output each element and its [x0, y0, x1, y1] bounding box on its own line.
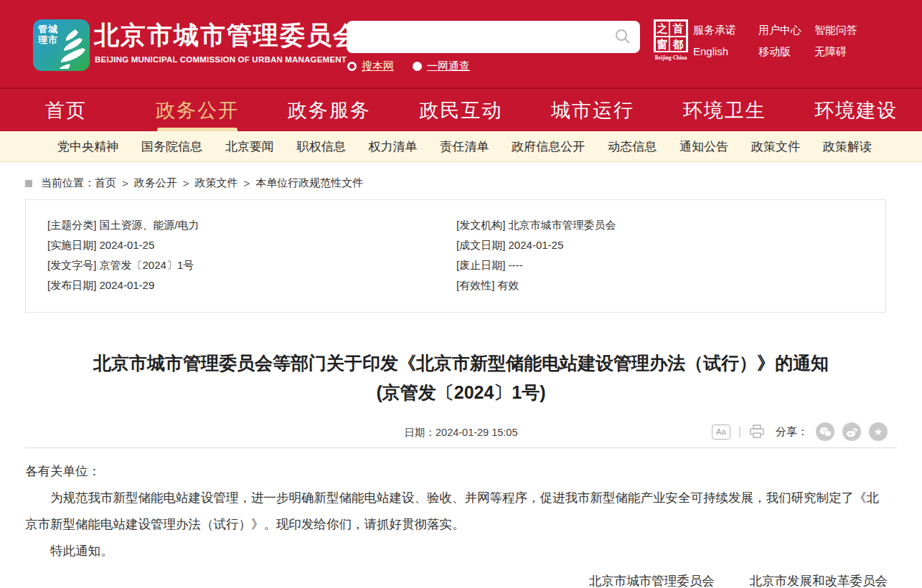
- paragraph-1: 为规范我市新型储能电站建设管理，进一步明确新型储能电站建设、验收、并网等程序，促…: [25, 485, 886, 538]
- subnav-notices[interactable]: 通知公告: [679, 138, 728, 155]
- signature-row: 北京市城市管理委员会 北京市发展和改革委员会: [0, 568, 888, 588]
- link-mobile-version[interactable]: 移动版: [758, 45, 791, 59]
- scope-option-this-site[interactable]: 搜本网: [347, 60, 394, 73]
- article-body: 各有关单位： 为规范我市新型储能电站建设管理，进一步明确新型储能电站建设、验收、…: [25, 458, 886, 564]
- meta-abolition-date: [废止日期] ----: [456, 255, 885, 275]
- meta-document-number: [发文字号] 京管发〔2024〕1号: [47, 255, 456, 275]
- nav-city-operation[interactable]: 城市运行: [527, 89, 659, 131]
- radio-icon: [347, 62, 357, 71]
- site-subtitle: BEIJING MUNICIPAL COMMISSION OF URBAN MA…: [95, 55, 347, 64]
- nav-environmental-sanitation[interactable]: 环境卫生: [659, 89, 791, 131]
- meta-validity: [有效性] 有效: [456, 275, 885, 295]
- search-icon: [614, 28, 631, 45]
- active-tab-indicator: [157, 128, 237, 131]
- nav-home[interactable]: 首页: [0, 89, 132, 131]
- weibo-share-icon[interactable]: [842, 422, 861, 441]
- site-header: 管城 理市 北京市城市管理委员会 BEIJING MUNICIPAL COMMI…: [0, 0, 922, 87]
- search-box: [347, 21, 640, 53]
- link-english[interactable]: English: [693, 45, 728, 57]
- link-accessibility[interactable]: 无障碍: [814, 45, 847, 59]
- meta-issuing-agency: [发文机构] 北京市城市管理委员会: [456, 215, 885, 235]
- subnav-beijing-news[interactable]: 北京要闻: [225, 138, 274, 155]
- radio-icon: [413, 62, 422, 71]
- main-navigation: 首页 政务公开 政务服务 政民互动 城市运行 环境卫生 环境建设: [0, 87, 922, 131]
- meta-left-column: [主题分类] 国土资源、能源/电力 [实施日期] 2024-01-25 [发文字…: [47, 215, 456, 295]
- signature-agency-2: 北京市发展和改革委员会: [750, 574, 888, 588]
- salutation: 各有关单位：: [25, 458, 886, 485]
- subnav-authority-info[interactable]: 职权信息: [297, 138, 346, 155]
- tool-divider: |: [738, 425, 741, 438]
- subnav-party-central-spirit[interactable]: 党中央精神: [57, 138, 118, 155]
- subnav-power-list[interactable]: 权力清单: [369, 138, 418, 155]
- subnav-state-council-info[interactable]: 国务院信息: [141, 138, 202, 155]
- link-service-promise[interactable]: 服务承诺: [693, 24, 736, 37]
- subnav-policy-interpretation[interactable]: 政策解读: [823, 138, 872, 155]
- subnav-government-info-disclosure[interactable]: 政府信息公开: [512, 138, 585, 155]
- nav-government-affairs-disclosure[interactable]: 政务公开: [132, 89, 264, 131]
- subnav-dynamic-info[interactable]: 动态信息: [608, 138, 657, 155]
- breadcrumb: 当前位置： 首页 > 政务公开 > 政策文件 > 本单位行政规范性文件: [25, 176, 922, 190]
- breadcrumb-prefix: 当前位置：: [41, 176, 95, 190]
- link-user-center[interactable]: 用户中心: [758, 24, 801, 37]
- paragraph-2: 特此通知。: [25, 538, 886, 564]
- link-smart-qa[interactable]: 智能问答: [814, 24, 857, 37]
- font-size-icon[interactable]: Aa: [712, 425, 730, 440]
- search-scope-options: 搜本网 一网通查: [347, 60, 470, 73]
- capital-window-grid-icon: 之 首 窗 都: [654, 19, 688, 52]
- print-icon[interactable]: [749, 425, 765, 439]
- secondary-navigation: 党中央精神 国务院信息 北京要闻 职权信息 权力清单 责任清单 政府信息公开 动…: [0, 131, 922, 162]
- article-date-row: 日期：2024-01-29 15:05 Aa | 分享： ★: [0, 422, 922, 442]
- subnav-policy-documents[interactable]: 政策文件: [751, 138, 800, 155]
- nav-environmental-construction[interactable]: 环境建设: [790, 89, 922, 131]
- breadcrumb-home[interactable]: 首页: [95, 176, 116, 190]
- share-label: 分享：: [776, 425, 808, 439]
- breadcrumb-current-page[interactable]: 本单位行政规范性文件: [255, 176, 363, 190]
- qzone-star-share-icon[interactable]: ★: [869, 422, 888, 441]
- breadcrumb-square-icon: [25, 180, 32, 187]
- scope-option-network-wide[interactable]: 一网通查: [413, 60, 470, 73]
- search-button[interactable]: [613, 27, 633, 47]
- meta-topic-category: [主题分类] 国土资源、能源/电力: [47, 215, 456, 235]
- capital-window-logo[interactable]: 之 首 窗 都 Beijing-China: [654, 19, 688, 61]
- nav-government-services[interactable]: 政务服务: [263, 89, 395, 131]
- content-divider: [25, 447, 897, 448]
- meta-publish-date: [发布日期] 2024-01-29: [47, 275, 456, 295]
- subnav-responsibility-list[interactable]: 责任清单: [440, 138, 489, 155]
- article-tools: Aa | 分享： ★: [712, 422, 888, 441]
- meta-written-date: [成文日期] 2024-01-25: [456, 235, 885, 255]
- breadcrumb-policy-documents[interactable]: 政策文件: [195, 176, 238, 190]
- signature-agency-1: 北京市城市管理委员会: [589, 574, 715, 588]
- meta-right-column: [发文机构] 北京市城市管理委员会 [成文日期] 2024-01-25 [废止日…: [456, 215, 885, 295]
- site-logo-icon: 管城 理市: [33, 19, 90, 71]
- article-title-line2: (京管发〔2024〕1号): [0, 378, 922, 407]
- breadcrumb-gov-disclosure[interactable]: 政务公开: [134, 176, 177, 190]
- search-input[interactable]: [357, 21, 601, 53]
- capital-window-caption: Beijing-China: [654, 54, 688, 61]
- article-title-line1: 北京市城市管理委员会等部门关于印发《北京市新型储能电站建设管理办法（试行）》的通…: [0, 348, 922, 378]
- wechat-share-icon[interactable]: [816, 422, 834, 441]
- site-title: 北京市城市管理委员会: [94, 19, 359, 52]
- meta-effective-date: [实施日期] 2024-01-25: [47, 235, 456, 255]
- document-meta-box: [主题分类] 国土资源、能源/电力 [实施日期] 2024-01-25 [发文字…: [25, 199, 886, 313]
- nav-public-interaction[interactable]: 政民互动: [395, 89, 527, 131]
- article-title: 北京市城市管理委员会等部门关于印发《北京市新型储能电站建设管理办法（试行）》的通…: [0, 348, 922, 407]
- logo-swoosh-icon: [54, 28, 87, 70]
